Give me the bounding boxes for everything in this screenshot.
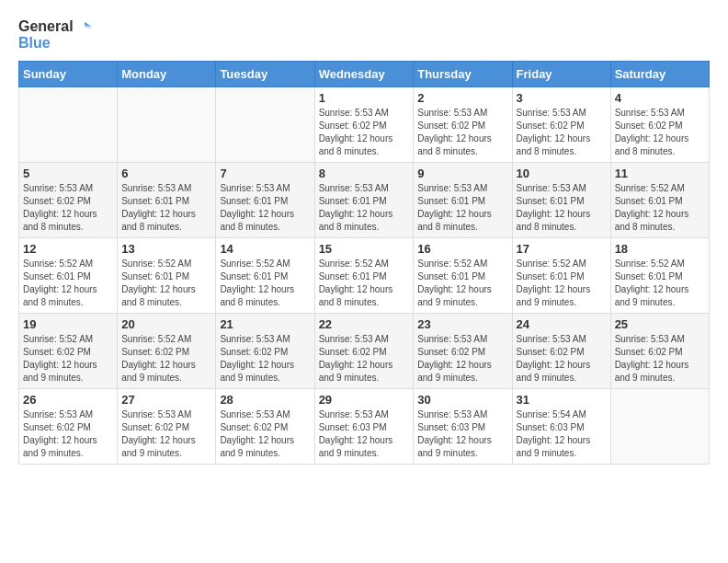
- day-number: 19: [23, 317, 113, 331]
- day-info: Sunrise: 5:52 AM Sunset: 6:02 PM Dayligh…: [23, 333, 113, 385]
- day-info: Sunrise: 5:53 AM Sunset: 6:01 PM Dayligh…: [121, 182, 211, 234]
- day-info: Sunrise: 5:53 AM Sunset: 6:01 PM Dayligh…: [319, 182, 410, 234]
- day-number: 15: [319, 242, 410, 256]
- logo-container: General Blue: [18, 18, 92, 52]
- calendar-cell: [216, 86, 314, 162]
- day-info: Sunrise: 5:53 AM Sunset: 6:02 PM Dayligh…: [517, 107, 607, 158]
- calendar-cell: 22Sunrise: 5:53 AM Sunset: 6:02 PM Dayli…: [314, 313, 414, 388]
- day-number: 12: [23, 242, 113, 256]
- day-number: 28: [220, 393, 310, 407]
- day-of-week-header: Friday: [512, 61, 610, 86]
- calendar-cell: 31Sunrise: 5:54 AM Sunset: 6:03 PM Dayli…: [512, 388, 610, 464]
- calendar-cell: [610, 388, 709, 464]
- calendar-cell: 20Sunrise: 5:52 AM Sunset: 6:02 PM Dayli…: [118, 313, 216, 388]
- day-number: 30: [417, 393, 507, 407]
- day-info: Sunrise: 5:53 AM Sunset: 6:03 PM Dayligh…: [319, 408, 410, 460]
- day-number: 13: [121, 242, 211, 256]
- day-info: Sunrise: 5:53 AM Sunset: 6:01 PM Dayligh…: [517, 182, 607, 234]
- calendar-cell: 21Sunrise: 5:53 AM Sunset: 6:02 PM Dayli…: [216, 313, 314, 388]
- calendar-week-row: 1Sunrise: 5:53 AM Sunset: 6:02 PM Daylig…: [19, 86, 710, 162]
- day-number: 1: [319, 91, 410, 105]
- day-number: 8: [319, 167, 410, 180]
- day-info: Sunrise: 5:53 AM Sunset: 6:02 PM Dayligh…: [615, 333, 705, 385]
- logo-general-text: General: [18, 18, 74, 35]
- day-number: 18: [615, 242, 705, 256]
- day-of-week-header: Tuesday: [216, 61, 314, 86]
- calendar-week-row: 5Sunrise: 5:53 AM Sunset: 6:02 PM Daylig…: [19, 162, 710, 237]
- day-number: 7: [220, 167, 310, 180]
- calendar-cell: 27Sunrise: 5:53 AM Sunset: 6:02 PM Dayli…: [118, 388, 216, 464]
- day-number: 9: [417, 167, 507, 180]
- day-number: 3: [517, 91, 607, 105]
- day-info: Sunrise: 5:53 AM Sunset: 6:02 PM Dayligh…: [319, 333, 410, 385]
- day-info: Sunrise: 5:53 AM Sunset: 6:02 PM Dayligh…: [417, 107, 507, 158]
- day-number: 27: [121, 393, 211, 407]
- calendar-cell: 14Sunrise: 5:52 AM Sunset: 6:01 PM Dayli…: [216, 237, 314, 313]
- day-of-week-header: Saturday: [610, 61, 709, 86]
- day-of-week-header: Monday: [118, 61, 216, 86]
- calendar-cell: 24Sunrise: 5:53 AM Sunset: 6:02 PM Dayli…: [512, 313, 610, 388]
- calendar-cell: 25Sunrise: 5:53 AM Sunset: 6:02 PM Dayli…: [610, 313, 709, 388]
- day-info: Sunrise: 5:53 AM Sunset: 6:02 PM Dayligh…: [417, 333, 507, 385]
- calendar-cell: 28Sunrise: 5:53 AM Sunset: 6:02 PM Dayli…: [216, 388, 314, 464]
- day-number: 2: [417, 91, 507, 105]
- header: General Blue: [18, 18, 710, 52]
- day-info: Sunrise: 5:52 AM Sunset: 6:01 PM Dayligh…: [615, 182, 705, 234]
- day-number: 11: [615, 167, 705, 180]
- calendar-cell: 29Sunrise: 5:53 AM Sunset: 6:03 PM Dayli…: [314, 388, 414, 464]
- day-info: Sunrise: 5:52 AM Sunset: 6:01 PM Dayligh…: [517, 258, 607, 309]
- day-info: Sunrise: 5:52 AM Sunset: 6:01 PM Dayligh…: [615, 258, 705, 309]
- day-info: Sunrise: 5:53 AM Sunset: 6:02 PM Dayligh…: [220, 333, 310, 385]
- day-info: Sunrise: 5:52 AM Sunset: 6:01 PM Dayligh…: [319, 258, 410, 309]
- day-info: Sunrise: 5:53 AM Sunset: 6:02 PM Dayligh…: [319, 107, 410, 158]
- day-number: 14: [220, 242, 310, 256]
- calendar-cell: 8Sunrise: 5:53 AM Sunset: 6:01 PM Daylig…: [314, 162, 414, 237]
- day-info: Sunrise: 5:53 AM Sunset: 6:02 PM Dayligh…: [220, 408, 310, 460]
- day-number: 5: [23, 167, 113, 180]
- logo-blue-text: Blue: [18, 35, 92, 52]
- day-number: 31: [517, 393, 607, 407]
- calendar-week-row: 19Sunrise: 5:52 AM Sunset: 6:02 PM Dayli…: [19, 313, 710, 388]
- day-info: Sunrise: 5:52 AM Sunset: 6:01 PM Dayligh…: [121, 258, 211, 309]
- calendar-cell: 15Sunrise: 5:52 AM Sunset: 6:01 PM Dayli…: [314, 237, 414, 313]
- logo-bird-icon: [75, 18, 92, 35]
- day-number: 24: [517, 317, 607, 331]
- calendar-cell: 11Sunrise: 5:52 AM Sunset: 6:01 PM Dayli…: [610, 162, 709, 237]
- calendar-cell: 1Sunrise: 5:53 AM Sunset: 6:02 PM Daylig…: [314, 86, 414, 162]
- day-number: 10: [517, 167, 607, 180]
- day-info: Sunrise: 5:53 AM Sunset: 6:02 PM Dayligh…: [23, 182, 113, 234]
- day-info: Sunrise: 5:53 AM Sunset: 6:01 PM Dayligh…: [417, 182, 507, 234]
- day-of-week-header: Sunday: [19, 61, 118, 86]
- day-info: Sunrise: 5:53 AM Sunset: 6:03 PM Dayligh…: [417, 408, 507, 460]
- day-number: 17: [517, 242, 607, 256]
- day-number: 16: [417, 242, 507, 256]
- calendar-cell: 13Sunrise: 5:52 AM Sunset: 6:01 PM Dayli…: [118, 237, 216, 313]
- calendar-header: SundayMondayTuesdayWednesdayThursdayFrid…: [19, 61, 710, 86]
- calendar-week-row: 26Sunrise: 5:53 AM Sunset: 6:02 PM Dayli…: [19, 388, 710, 464]
- day-number: 21: [220, 317, 310, 331]
- day-info: Sunrise: 5:53 AM Sunset: 6:02 PM Dayligh…: [517, 333, 607, 385]
- day-info: Sunrise: 5:52 AM Sunset: 6:01 PM Dayligh…: [220, 258, 310, 309]
- calendar-cell: [118, 86, 216, 162]
- day-number: 20: [121, 317, 211, 331]
- calendar-cell: 9Sunrise: 5:53 AM Sunset: 6:01 PM Daylig…: [414, 162, 512, 237]
- calendar-cell: 18Sunrise: 5:52 AM Sunset: 6:01 PM Dayli…: [610, 237, 709, 313]
- calendar-cell: 12Sunrise: 5:52 AM Sunset: 6:01 PM Dayli…: [19, 237, 118, 313]
- calendar-cell: 16Sunrise: 5:52 AM Sunset: 6:01 PM Dayli…: [414, 237, 512, 313]
- day-info: Sunrise: 5:53 AM Sunset: 6:02 PM Dayligh…: [615, 107, 705, 158]
- day-of-week-header: Wednesday: [314, 61, 414, 86]
- day-number: 6: [121, 167, 211, 180]
- day-info: Sunrise: 5:53 AM Sunset: 6:02 PM Dayligh…: [121, 408, 211, 460]
- calendar-cell: 4Sunrise: 5:53 AM Sunset: 6:02 PM Daylig…: [610, 86, 709, 162]
- day-number: 4: [615, 91, 705, 105]
- calendar-cell: 30Sunrise: 5:53 AM Sunset: 6:03 PM Dayli…: [414, 388, 512, 464]
- day-number: 26: [23, 393, 113, 407]
- calendar-body: 1Sunrise: 5:53 AM Sunset: 6:02 PM Daylig…: [19, 86, 710, 464]
- calendar-cell: 26Sunrise: 5:53 AM Sunset: 6:02 PM Dayli…: [19, 388, 118, 464]
- day-number: 22: [319, 317, 410, 331]
- calendar-cell: 5Sunrise: 5:53 AM Sunset: 6:02 PM Daylig…: [19, 162, 118, 237]
- calendar-cell: 10Sunrise: 5:53 AM Sunset: 6:01 PM Dayli…: [512, 162, 610, 237]
- calendar-cell: 3Sunrise: 5:53 AM Sunset: 6:02 PM Daylig…: [512, 86, 610, 162]
- calendar-cell: 17Sunrise: 5:52 AM Sunset: 6:01 PM Dayli…: [512, 237, 610, 313]
- calendar-week-row: 12Sunrise: 5:52 AM Sunset: 6:01 PM Dayli…: [19, 237, 710, 313]
